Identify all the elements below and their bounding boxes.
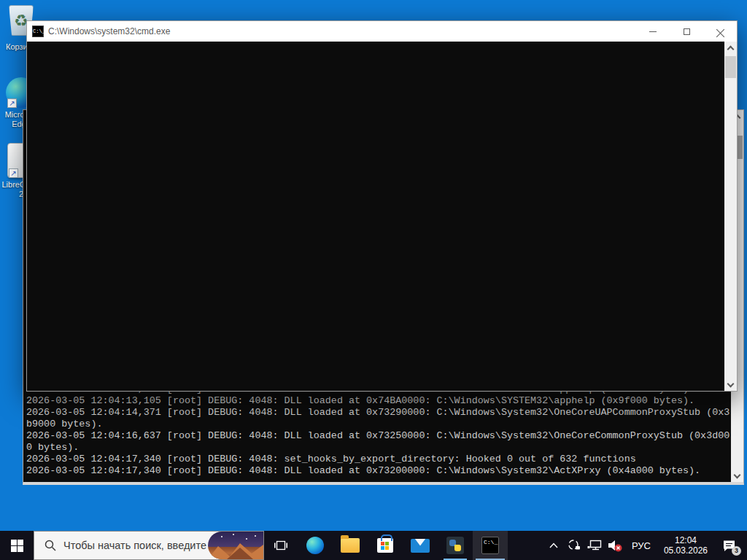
taskbar-store-button[interactable] — [368, 531, 403, 560]
mountains-graphic — [208, 532, 263, 559]
shortcut-arrow-icon: ↗ — [9, 168, 18, 178]
log-line: 2026-03-05 12:04:17,340 [root] DEBUG: 40… — [26, 454, 729, 465]
cmd-window: C:\_ C:\Windows\system32\cmd.exe — [26, 20, 738, 392]
taskbar-python-console-button[interactable] — [438, 531, 473, 560]
minimize-button[interactable] — [636, 21, 670, 42]
chevron-up-icon — [549, 542, 558, 548]
close-button[interactable] — [703, 21, 737, 42]
minimize-icon — [649, 31, 657, 32]
start-button[interactable] — [0, 531, 34, 560]
search-highlight-image[interactable] — [208, 532, 263, 559]
taskbar-explorer-button[interactable] — [333, 531, 368, 560]
volume-button[interactable] — [607, 531, 623, 560]
taskbar: C:\_ — [0, 531, 747, 560]
log-line: 2026-03-05 12:04:17,340 [root] DEBUG: 40… — [26, 465, 729, 477]
cmd-titlebar[interactable]: C:\_ C:\Windows\system32\cmd.exe — [27, 21, 737, 42]
network-button[interactable] — [587, 531, 603, 560]
meet-now-button[interactable] — [566, 531, 582, 560]
log-line: 2026-03-05 12:04:16,637 [root] DEBUG: 40… — [26, 430, 729, 454]
time-text: 12:04 — [664, 535, 708, 545]
notification-count-badge: 3 — [732, 546, 741, 556]
scroll-down-button[interactable] — [724, 378, 737, 391]
microsoft-store-icon — [377, 538, 393, 553]
taskbar-edge-button[interactable] — [298, 531, 333, 560]
taskbar-clock[interactable]: 12:04 05.03.2026 — [659, 535, 712, 556]
hidden-icons-button[interactable] — [546, 531, 562, 560]
ethernet-network-icon — [587, 539, 602, 552]
log-output: 2026-03-05 12:04:13,105 [root] DEBUG: 40… — [26, 384, 729, 477]
chevron-down-icon — [734, 472, 741, 479]
taskbar-mail-button[interactable] — [403, 531, 438, 560]
taskbar-cmd-button[interactable]: C:\_ — [473, 531, 508, 560]
chevron-down-icon — [727, 381, 735, 388]
mail-icon — [411, 539, 430, 553]
action-center-button[interactable]: 3 — [716, 531, 741, 560]
shortcut-arrow-icon: ↗ — [7, 98, 17, 108]
cmd-icon: C:\_ — [481, 537, 499, 554]
task-view-icon — [274, 540, 287, 551]
log-line: 2026-03-05 12:04:13,105 [root] DEBUG: 40… — [26, 395, 729, 407]
maximize-icon — [684, 28, 690, 35]
language-indicator[interactable]: РУС — [627, 540, 655, 551]
close-icon — [716, 28, 724, 36]
system-tray: РУС 12:04 05.03.2026 3 — [546, 531, 747, 560]
chevron-up-icon — [727, 46, 735, 53]
search-input[interactable] — [63, 540, 230, 551]
scroll-up-button[interactable] — [724, 42, 737, 54]
maximize-button[interactable] — [670, 21, 703, 42]
search-icon — [44, 540, 56, 551]
scrollbar-thumb[interactable] — [725, 56, 736, 78]
windows-logo-icon — [11, 540, 23, 552]
date-text: 05.03.2026 — [664, 545, 708, 556]
cmd-window-icon: C:\_ — [32, 26, 44, 37]
cmd-scrollbar[interactable] — [724, 42, 737, 391]
volume-muted-icon — [607, 538, 623, 553]
edge-icon — [306, 537, 324, 554]
cmd-window-title: C:\Windows\system32\cmd.exe — [48, 26, 636, 36]
scroll-down-button[interactable] — [731, 470, 743, 482]
python-console-icon — [446, 537, 464, 554]
taskbar-search[interactable] — [34, 531, 264, 560]
meet-now-camera-icon — [568, 539, 581, 552]
task-view-button[interactable] — [264, 531, 298, 560]
log-line: 2026-03-05 12:04:14,371 [root] DEBUG: 40… — [26, 407, 729, 430]
file-explorer-icon — [341, 538, 360, 553]
